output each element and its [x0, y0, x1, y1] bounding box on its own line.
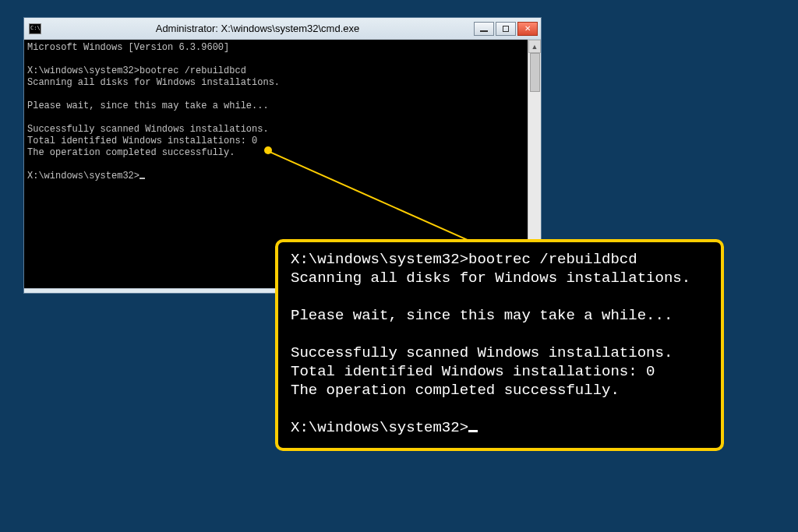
cursor	[139, 178, 145, 179]
maximize-button[interactable]	[496, 22, 516, 36]
zoom-callout-panel: X:\windows\system32>bootrec /rebuildbcd …	[275, 239, 724, 451]
scroll-thumb[interactable]	[530, 53, 540, 92]
scroll-up-button[interactable]: ▲	[528, 40, 541, 53]
cursor	[468, 430, 478, 432]
window-controls: ✕	[474, 22, 538, 36]
minimize-button[interactable]	[474, 22, 494, 36]
titlebar[interactable]: Administrator: X:\windows\system32\cmd.e…	[24, 18, 541, 40]
window-title: Administrator: X:\windows\system32\cmd.e…	[48, 23, 468, 34]
callout-anchor-dot	[264, 146, 272, 154]
close-button[interactable]: ✕	[517, 22, 538, 36]
cmd-icon	[29, 23, 41, 34]
